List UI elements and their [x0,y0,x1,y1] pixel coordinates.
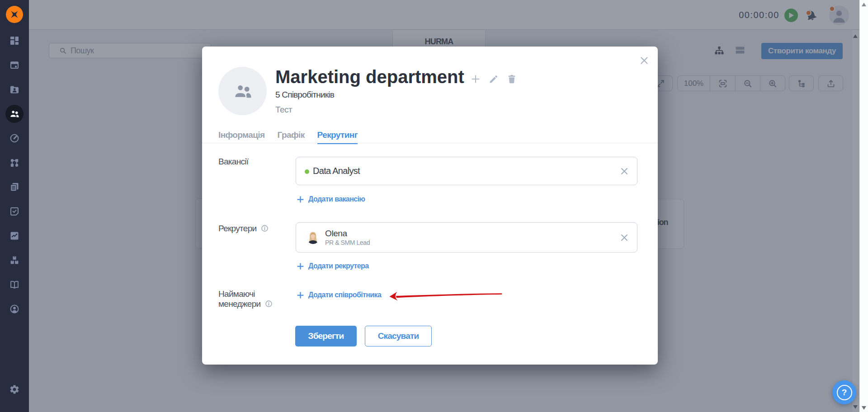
close-icon [639,55,650,66]
team-icon [232,81,253,102]
modal-tabs: Інформація Графік Рекрутинг [218,130,370,144]
department-description: Тест [275,104,292,115]
vacancy-select[interactable]: Data Analyst [296,157,637,185]
olena-portrait [307,231,320,244]
recruiter-person: Olena PR & SMM Lead [307,223,370,252]
sidebar-item-employees[interactable] [5,80,24,98]
close-icon [619,232,630,243]
recruiter-name: Olena [325,229,370,239]
tab-schedule[interactable]: Графік [278,130,305,144]
help-ring-icon: ? [837,385,852,400]
browser-scrollbar[interactable] [859,0,868,412]
recruiter-remove-button[interactable] [619,232,630,243]
tabs-divider [202,143,658,143]
sidebar-item-news[interactable] [5,178,24,196]
recruiter-photo [307,231,320,244]
add-vacancy-link[interactable]: Додати вакансію [297,195,365,203]
add-employee-link[interactable]: Додати співробітника [297,291,381,299]
sidebar-item-org-flow[interactable] [5,154,24,172]
plus-icon [297,196,304,203]
question-mark: ? [842,388,847,397]
gear-icon [9,384,20,395]
add-recruiter-link[interactable]: Додати рекрутера [297,262,368,270]
info-icon[interactable] [264,300,273,308]
vacancy-remove-button[interactable] [619,166,630,177]
info-icon[interactable] [260,224,269,233]
hiring-managers-label: Наймаючі менеджери [218,289,280,309]
recruiter-card[interactable]: Olena PR & SMM Lead [296,222,637,253]
boxes-icon [9,255,20,266]
sidebar-item-modules[interactable] [5,251,24,269]
book-icon [9,279,20,290]
department-modal: Marketing department 5 Співробітників Те… [202,47,658,365]
vacancy-status-dot [305,169,309,174]
add-recruiter-label: Додати рекрутера [308,262,368,270]
title-actions [470,74,517,84]
hurma-logo[interactable] [6,6,23,23]
scroll-up-arrow-icon[interactable] [862,3,866,6]
annotation-arrow [388,289,504,304]
hiring-managers-label-text: Наймаючі менеджери [218,289,261,309]
cancel-button[interactable]: Скасувати [365,326,432,346]
profile-icon [9,304,20,314]
tab-information[interactable]: Інформація [218,130,265,144]
pencil-icon [488,74,499,84]
employee-count: 5 Співробітників [275,89,334,100]
team-icon [9,108,20,119]
speedometer-icon [9,133,20,144]
delete-department-button[interactable] [506,74,517,84]
employee-folder-icon [9,84,20,95]
recruiters-label-text: Рекрутери [218,224,257,233]
edit-department-button[interactable] [488,74,499,84]
recruiters-label: Рекрутери [218,224,269,234]
sidebar [0,0,29,412]
sidebar-item-profile[interactable] [5,300,24,318]
add-employee-label: Додати співробітника [308,291,381,299]
sidebar-item-team[interactable] [5,105,24,123]
plus-icon [297,263,304,270]
plus-icon [470,74,481,84]
sidebar-item-performance[interactable] [5,129,24,147]
modal-title: Marketing department [275,66,464,87]
add-subdepartment-button[interactable] [470,74,481,84]
department-avatar [218,67,267,115]
scroll-down-arrow-icon[interactable] [862,406,866,410]
recruiter-meta: Olena PR & SMM Lead [325,229,370,247]
dashboard-icon [9,35,20,46]
tab-recruiting[interactable]: Рекрутинг [317,130,358,144]
recruiter-role: PR & SMM Lead [325,239,370,247]
vacancy-value: Data Analyst [313,157,360,185]
tasks-icon [9,206,20,217]
sidebar-item-dashboard[interactable] [5,32,24,50]
calendar-icon [9,60,20,70]
save-button[interactable]: Зберегти [295,326,357,346]
modal-close-button[interactable] [639,55,650,66]
add-vacancy-label: Додати вакансію [308,195,365,203]
trash-icon [506,74,517,84]
sidebar-item-settings[interactable] [5,380,24,398]
plus-icon [297,292,304,299]
close-icon [619,166,630,177]
help-button[interactable]: ? [832,380,856,404]
news-icon [9,182,20,192]
sidebar-item-calendar[interactable] [5,56,24,74]
chart-icon [9,230,20,241]
sidebar-item-knowledge[interactable] [5,276,24,294]
org-flow-icon [9,157,20,168]
vacancies-label: Вакансії [218,157,248,167]
sidebar-item-statistics[interactable] [5,227,24,245]
sidebar-item-tasks[interactable] [5,202,24,220]
